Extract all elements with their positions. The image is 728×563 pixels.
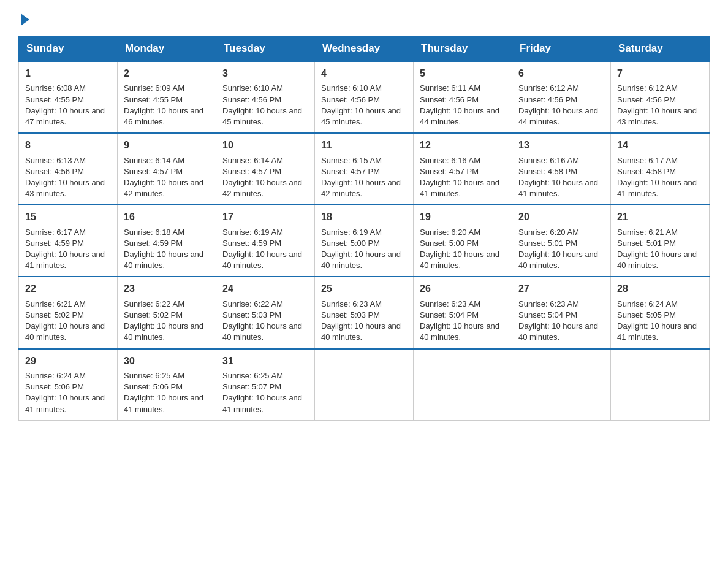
calendar-cell: 8Sunrise: 6:13 AMSunset: 4:56 PMDaylight… bbox=[19, 133, 118, 205]
calendar-cell: 25Sunrise: 6:23 AMSunset: 5:03 PMDayligh… bbox=[315, 277, 414, 348]
calendar-cell: 9Sunrise: 6:14 AMSunset: 4:57 PMDaylight… bbox=[118, 133, 216, 205]
day-number: 11 bbox=[321, 139, 407, 152]
calendar-cell: 10Sunrise: 6:14 AMSunset: 4:57 PMDayligh… bbox=[216, 133, 315, 205]
day-number: 3 bbox=[222, 67, 308, 80]
day-number: 4 bbox=[321, 67, 407, 80]
day-number: 21 bbox=[617, 210, 703, 224]
calendar-cell: 18Sunrise: 6:19 AMSunset: 5:00 PMDayligh… bbox=[315, 205, 414, 277]
calendar-cell: 13Sunrise: 6:16 AMSunset: 4:58 PMDayligh… bbox=[512, 133, 611, 205]
day-number: 9 bbox=[124, 139, 210, 152]
day-number: 27 bbox=[518, 282, 604, 296]
calendar-cell: 22Sunrise: 6:21 AMSunset: 5:02 PMDayligh… bbox=[19, 277, 118, 348]
calendar-cell: 4Sunrise: 6:10 AMSunset: 4:56 PMDaylight… bbox=[315, 61, 414, 133]
calendar-cell: 12Sunrise: 6:16 AMSunset: 4:57 PMDayligh… bbox=[414, 133, 512, 205]
day-number: 19 bbox=[420, 210, 506, 224]
day-number: 15 bbox=[25, 210, 111, 224]
day-number: 14 bbox=[617, 139, 703, 152]
day-number: 29 bbox=[25, 354, 111, 368]
day-number: 31 bbox=[222, 354, 308, 368]
day-number: 24 bbox=[222, 282, 308, 296]
day-number: 17 bbox=[222, 210, 308, 224]
day-number: 26 bbox=[420, 282, 506, 296]
calendar-cell: 17Sunrise: 6:19 AMSunset: 4:59 PMDayligh… bbox=[216, 205, 315, 277]
calendar-cell: 2Sunrise: 6:09 AMSunset: 4:55 PMDaylight… bbox=[118, 61, 216, 133]
day-number: 8 bbox=[25, 139, 111, 152]
day-number: 18 bbox=[321, 210, 407, 224]
calendar-cell: 31Sunrise: 6:25 AMSunset: 5:07 PMDayligh… bbox=[216, 349, 315, 421]
calendar-cell: 21Sunrise: 6:21 AMSunset: 5:01 PMDayligh… bbox=[611, 205, 710, 277]
day-number: 25 bbox=[321, 282, 407, 296]
page-header bbox=[18, 12, 710, 23]
weekday-header-thursday: Thursday bbox=[414, 36, 512, 62]
logo-arrow-icon bbox=[21, 13, 29, 26]
day-number: 1 bbox=[25, 67, 111, 80]
calendar-cell: 7Sunrise: 6:12 AMSunset: 4:56 PMDaylight… bbox=[611, 61, 710, 133]
calendar-cell bbox=[512, 349, 611, 421]
day-number: 7 bbox=[617, 67, 703, 80]
day-number: 16 bbox=[124, 210, 210, 224]
day-number: 20 bbox=[518, 210, 604, 224]
calendar-cell bbox=[414, 349, 512, 421]
weekday-header-monday: Monday bbox=[118, 36, 216, 62]
calendar-cell: 23Sunrise: 6:22 AMSunset: 5:02 PMDayligh… bbox=[118, 277, 216, 348]
calendar-cell: 3Sunrise: 6:10 AMSunset: 4:56 PMDaylight… bbox=[216, 61, 315, 133]
day-number: 30 bbox=[124, 354, 210, 368]
calendar-cell: 5Sunrise: 6:11 AMSunset: 4:56 PMDaylight… bbox=[414, 61, 512, 133]
day-number: 10 bbox=[222, 139, 308, 152]
calendar-cell: 28Sunrise: 6:24 AMSunset: 5:05 PMDayligh… bbox=[611, 277, 710, 348]
calendar-cell: 29Sunrise: 6:24 AMSunset: 5:06 PMDayligh… bbox=[19, 349, 118, 421]
day-number: 13 bbox=[518, 139, 604, 152]
day-number: 6 bbox=[518, 67, 604, 80]
calendar-cell: 24Sunrise: 6:22 AMSunset: 5:03 PMDayligh… bbox=[216, 277, 315, 348]
weekday-header-sunday: Sunday bbox=[19, 36, 118, 62]
calendar-cell bbox=[611, 349, 710, 421]
day-number: 22 bbox=[25, 282, 111, 296]
day-number: 2 bbox=[124, 67, 210, 80]
calendar-cell: 30Sunrise: 6:25 AMSunset: 5:06 PMDayligh… bbox=[118, 349, 216, 421]
logo bbox=[18, 12, 29, 23]
calendar-cell: 14Sunrise: 6:17 AMSunset: 4:58 PMDayligh… bbox=[611, 133, 710, 205]
calendar-cell: 26Sunrise: 6:23 AMSunset: 5:04 PMDayligh… bbox=[414, 277, 512, 348]
calendar-cell: 6Sunrise: 6:12 AMSunset: 4:56 PMDaylight… bbox=[512, 61, 611, 133]
weekday-header-saturday: Saturday bbox=[611, 36, 710, 62]
day-number: 23 bbox=[124, 282, 210, 296]
calendar-cell: 27Sunrise: 6:23 AMSunset: 5:04 PMDayligh… bbox=[512, 277, 611, 348]
calendar-cell: 16Sunrise: 6:18 AMSunset: 4:59 PMDayligh… bbox=[118, 205, 216, 277]
calendar-cell: 19Sunrise: 6:20 AMSunset: 5:00 PMDayligh… bbox=[414, 205, 512, 277]
day-number: 12 bbox=[420, 139, 506, 152]
weekday-header-wednesday: Wednesday bbox=[315, 36, 414, 62]
calendar-cell: 20Sunrise: 6:20 AMSunset: 5:01 PMDayligh… bbox=[512, 205, 611, 277]
calendar-cell: 1Sunrise: 6:08 AMSunset: 4:55 PMDaylight… bbox=[19, 61, 118, 133]
calendar-cell: 15Sunrise: 6:17 AMSunset: 4:59 PMDayligh… bbox=[19, 205, 118, 277]
calendar-cell bbox=[315, 349, 414, 421]
day-number: 5 bbox=[420, 67, 506, 80]
calendar-cell: 11Sunrise: 6:15 AMSunset: 4:57 PMDayligh… bbox=[315, 133, 414, 205]
calendar-table: SundayMondayTuesdayWednesdayThursdayFrid… bbox=[18, 36, 710, 421]
weekday-header-tuesday: Tuesday bbox=[216, 36, 315, 62]
weekday-header-friday: Friday bbox=[512, 36, 611, 62]
day-number: 28 bbox=[617, 282, 703, 296]
